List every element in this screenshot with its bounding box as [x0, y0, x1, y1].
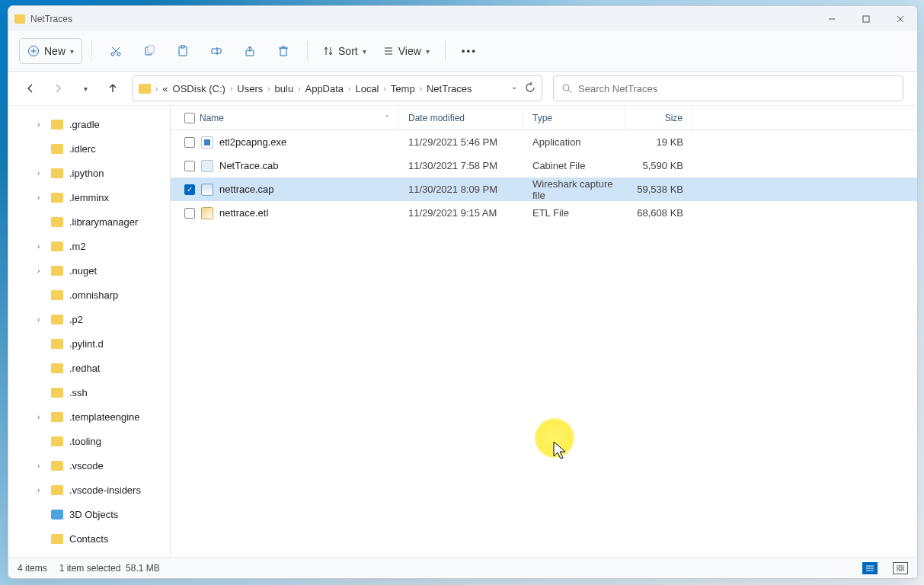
- sidebar-item[interactable]: ›.templateengine: [11, 404, 167, 429]
- file-type: Cabinet File: [523, 160, 625, 171]
- file-name: etl2pcapng.exe: [219, 136, 286, 148]
- file-list[interactable]: etl2pcapng.exe11/29/2021 5:46 PMApplicat…: [171, 130, 917, 557]
- details-view-button[interactable]: [862, 562, 878, 574]
- file-row[interactable]: nettrace.etl11/29/2021 9:15 AMETL File68…: [171, 201, 917, 225]
- plus-circle-icon: [27, 45, 40, 57]
- sidebar-item[interactable]: .pylint.d: [11, 331, 167, 356]
- select-all-checkbox[interactable]: [184, 113, 195, 123]
- file-row[interactable]: etl2pcapng.exe11/29/2021 5:46 PMApplicat…: [171, 130, 917, 154]
- folder-icon: [51, 412, 63, 422]
- navigation-pane[interactable]: ›.gradle.idlerc›.ipython›.lemminx.librar…: [8, 106, 171, 557]
- view-button[interactable]: View ▾: [377, 37, 436, 66]
- sidebar-item[interactable]: .librarymanager: [11, 209, 167, 234]
- column-size[interactable]: Size: [625, 106, 692, 129]
- share-button[interactable]: [235, 37, 264, 66]
- delete-button[interactable]: [269, 37, 298, 66]
- chevron-right-icon[interactable]: ›: [37, 486, 40, 494]
- breadcrumb-item[interactable]: Local: [355, 83, 379, 94]
- maximize-button[interactable]: [849, 6, 883, 31]
- sidebar-item[interactable]: .ssh: [11, 380, 167, 404]
- sidebar-item[interactable]: ›.gradle: [11, 112, 167, 136]
- breadcrumb-item[interactable]: bulu: [275, 83, 294, 94]
- rename-icon: [210, 45, 222, 57]
- sidebar-item[interactable]: ›.vscode: [11, 453, 167, 478]
- file-size: 68,608 KB: [625, 207, 692, 219]
- chevron-right-icon[interactable]: ›: [37, 462, 40, 470]
- chevron-right-icon[interactable]: ›: [37, 267, 40, 275]
- cut-button[interactable]: [101, 37, 130, 66]
- breadcrumb-item[interactable]: Temp: [391, 83, 415, 94]
- row-checkbox[interactable]: [184, 137, 195, 148]
- row-checkbox[interactable]: ✓: [184, 184, 195, 195]
- chevron-down-icon[interactable]: ⌄: [511, 82, 517, 95]
- titlebar[interactable]: NetTraces: [8, 6, 917, 31]
- breadcrumb-item[interactable]: AppData: [305, 83, 344, 94]
- refresh-button[interactable]: [525, 82, 536, 95]
- sidebar-item[interactable]: ›.lemminx: [11, 185, 167, 209]
- sidebar-item[interactable]: .omnisharp: [11, 283, 167, 307]
- close-button[interactable]: [883, 6, 917, 31]
- ellipsis-icon: •••: [462, 46, 477, 57]
- explorer-window: NetTraces New ▾ Sort ▾ View ▾: [8, 5, 918, 579]
- window-controls: [814, 6, 917, 31]
- new-button[interactable]: New ▾: [19, 38, 82, 64]
- sidebar-item[interactable]: Contacts: [11, 526, 167, 551]
- address-bar[interactable]: › « OSDisk (C:)› Users› bulu› AppData› L…: [132, 75, 542, 101]
- view-label: View: [398, 45, 421, 57]
- file-name: nettrace.cap: [219, 184, 274, 195]
- sidebar-item[interactable]: ›.p2: [11, 307, 167, 331]
- thumbnails-view-button[interactable]: [893, 562, 908, 574]
- copy-button[interactable]: [135, 37, 164, 66]
- sidebar-item[interactable]: .tooling: [11, 429, 167, 453]
- chevron-right-icon: ›: [298, 85, 300, 93]
- sidebar-item[interactable]: ›.vscode-insiders: [11, 478, 167, 502]
- status-items: 4 items: [18, 563, 47, 574]
- column-date[interactable]: Date modified: [399, 106, 523, 129]
- sidebar-item[interactable]: ›.m2: [11, 234, 167, 258]
- sidebar-item[interactable]: 3D Objects: [11, 502, 167, 526]
- sidebar-item[interactable]: ›.ipython: [11, 161, 167, 185]
- breadcrumb-item[interactable]: Users: [237, 83, 263, 94]
- breadcrumb-item[interactable]: NetTraces: [427, 83, 472, 94]
- file-type: ETL File: [523, 207, 625, 219]
- row-checkbox[interactable]: [184, 161, 195, 171]
- sidebar-item-label: .nuget: [69, 265, 97, 277]
- row-checkbox[interactable]: [184, 208, 195, 219]
- up-button[interactable]: [104, 80, 121, 97]
- column-name[interactable]: Name ˄: [171, 106, 399, 129]
- more-button[interactable]: •••: [455, 37, 484, 66]
- file-icon: [201, 160, 213, 172]
- file-type: Wireshark capture file: [523, 178, 625, 201]
- column-type[interactable]: Type: [523, 106, 625, 129]
- back-button[interactable]: [22, 80, 39, 97]
- sort-button[interactable]: Sort ▾: [317, 37, 372, 66]
- forward-button[interactable]: [50, 80, 66, 97]
- sidebar-item[interactable]: ›.nuget: [11, 258, 167, 283]
- chevron-right-icon[interactable]: ›: [37, 120, 40, 129]
- chevron-right-icon[interactable]: ›: [37, 413, 40, 421]
- sidebar-item-label: 3D Objects: [69, 509, 118, 520]
- search-box[interactable]: [553, 75, 903, 101]
- chevron-right-icon: ›: [155, 85, 158, 93]
- folder-icon: [51, 120, 63, 129]
- file-row[interactable]: NetTrace.cab11/30/2021 7:58 PMCabinet Fi…: [171, 154, 917, 177]
- folder-icon: [51, 290, 63, 300]
- rename-button[interactable]: [202, 37, 231, 66]
- chevron-right-icon[interactable]: ›: [37, 315, 40, 324]
- chevron-right-icon[interactable]: ›: [37, 169, 40, 177]
- chevron-right-icon[interactable]: ›: [37, 242, 40, 251]
- recent-button[interactable]: ▾: [77, 80, 94, 97]
- sidebar-item[interactable]: .redhat: [11, 356, 167, 380]
- search-input[interactable]: [578, 83, 895, 94]
- minimize-button[interactable]: [814, 6, 849, 31]
- statusbar: 4 items 1 item selected 58.1 MB: [8, 557, 917, 578]
- column-label: Size: [665, 113, 683, 123]
- sidebar-item[interactable]: .idlerc: [11, 136, 167, 161]
- paste-button[interactable]: [168, 37, 197, 66]
- file-date: 11/30/2021 8:09 PM: [399, 184, 523, 195]
- sidebar-item-label: .ssh: [69, 387, 88, 398]
- file-name: NetTrace.cab: [219, 160, 279, 171]
- breadcrumb-item[interactable]: OSDisk (C:): [173, 83, 225, 94]
- chevron-right-icon[interactable]: ›: [37, 193, 40, 202]
- file-row[interactable]: ✓nettrace.cap11/30/2021 8:09 PMWireshark…: [171, 177, 917, 201]
